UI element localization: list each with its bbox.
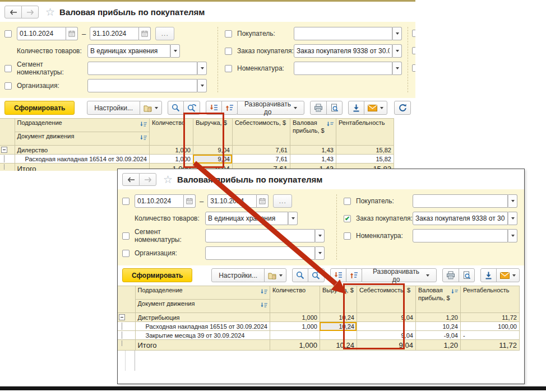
search-reset-button[interactable] <box>308 268 325 282</box>
clipped-checkbox[interactable] <box>412 64 415 72</box>
col-header-department[interactable]: Подразделение <box>135 286 270 300</box>
qty-cell[interactable]: 1,000 <box>270 322 320 331</box>
col-header-cost[interactable]: Себестоимость, $ <box>357 286 415 313</box>
calendar-icon[interactable] <box>184 194 196 208</box>
buyer-input[interactable] <box>413 194 508 208</box>
period-checkbox[interactable] <box>4 30 12 38</box>
dropdown-button[interactable] <box>315 246 325 260</box>
dropdown-button[interactable] <box>197 79 207 92</box>
dropdown-button[interactable] <box>508 212 517 225</box>
col-header-cost[interactable]: Себестоимость, $ <box>232 119 290 146</box>
clipped-checkbox[interactable] <box>412 30 415 37</box>
col-header-margin[interactable]: Рентабельность <box>336 119 394 146</box>
collapse-rows-button[interactable] <box>330 268 346 282</box>
calendar-icon[interactable] <box>257 194 269 208</box>
collapse-group-toggle[interactable] <box>119 314 125 320</box>
order-input[interactable] <box>413 212 508 225</box>
search-button[interactable] <box>292 268 308 282</box>
nomenclature-input[interactable] <box>294 62 392 75</box>
col-header-profit[interactable]: Валовая прибыль, $ <box>415 286 460 313</box>
margin-cell[interactable]: - <box>460 331 519 340</box>
organization-input[interactable] <box>87 79 197 92</box>
refresh-button[interactable] <box>394 101 411 115</box>
dropdown-button[interactable] <box>392 27 402 40</box>
quantity-units-select[interactable] <box>205 212 288 225</box>
expand-rows-button[interactable] <box>346 268 362 282</box>
profit-cell[interactable]: -9,04 <box>415 331 460 340</box>
send-email-button[interactable] <box>364 101 387 115</box>
total-name-cell[interactable]: Итого <box>135 340 270 351</box>
segment-input[interactable] <box>205 229 315 242</box>
margin-cell[interactable]: 11,72 <box>460 340 519 351</box>
expand-to-button[interactable]: Разворачивать до <box>362 268 437 282</box>
order-input[interactable] <box>294 44 392 58</box>
dropdown-button[interactable] <box>508 229 517 242</box>
preview-button[interactable] <box>326 101 343 115</box>
col-header-margin[interactable]: Рентабельность <box>460 286 519 313</box>
date-from-input[interactable] <box>17 27 66 40</box>
date-from-input[interactable] <box>135 194 184 208</box>
nomenclature-checkbox[interactable] <box>344 232 351 240</box>
generate-button[interactable]: Сформировать <box>4 101 75 115</box>
calendar-icon[interactable] <box>66 27 78 40</box>
date-to-input[interactable] <box>90 27 139 40</box>
settings-button[interactable]: Настройки... <box>211 268 265 282</box>
print-button[interactable] <box>310 101 327 115</box>
period-more-button[interactable]: ... <box>155 27 174 40</box>
expand-to-button[interactable]: Разворачивать до <box>237 101 304 115</box>
dropdown-button[interactable] <box>197 62 207 75</box>
qty-cell[interactable]: 1,000 <box>149 146 193 155</box>
dropdown-button[interactable] <box>315 229 325 242</box>
cost-cell[interactable]: 9,04 <box>357 340 415 351</box>
margin-cell[interactable]: 15,82 <box>336 155 394 164</box>
segment-checkbox[interactable] <box>4 65 12 72</box>
date-to-input[interactable] <box>207 194 257 208</box>
buyer-checkbox[interactable] <box>344 198 351 205</box>
period-checkbox[interactable] <box>122 198 129 205</box>
organization-checkbox[interactable] <box>122 250 129 257</box>
revenue-cell-selected[interactable]: 10,24 <box>320 322 357 331</box>
back-button[interactable] <box>122 173 140 186</box>
margin-cell[interactable]: 100,00 <box>460 322 519 331</box>
generate-button[interactable]: Сформировать <box>122 268 192 282</box>
favorite-star-icon[interactable]: ☆ <box>45 7 55 17</box>
dropdown-button[interactable] <box>392 44 402 58</box>
report-variants-button[interactable] <box>264 268 286 282</box>
qty-cell[interactable]: 1,000 <box>270 313 320 322</box>
buyer-checkbox[interactable] <box>225 30 232 38</box>
col-header-quantity[interactable]: Количество <box>149 119 193 146</box>
preview-button[interactable] <box>459 268 475 282</box>
profit-cell[interactable]: 1,20 <box>415 313 460 322</box>
col-header-document[interactable]: Документ движения <box>15 132 149 146</box>
revenue-cell[interactable]: 10,24 <box>320 340 357 351</box>
col-header-profit[interactable]: Валовая прибыль, $ <box>290 119 336 146</box>
save-button[interactable] <box>348 101 364 115</box>
qty-cell[interactable]: 1,000 <box>149 155 193 164</box>
collapse-rows-button[interactable] <box>206 101 222 115</box>
forward-button[interactable] <box>139 173 156 186</box>
period-more-button[interactable]: ... <box>273 194 292 208</box>
col-header-revenue[interactable]: Выручка, $ <box>193 119 232 146</box>
settings-button[interactable]: Настройки... <box>87 101 140 115</box>
segment-checkbox[interactable] <box>122 232 129 240</box>
calendar-icon[interactable] <box>139 27 151 40</box>
expand-rows-button[interactable] <box>221 101 238 115</box>
segment-input[interactable] <box>87 62 197 75</box>
cost-cell[interactable]: 9,04 <box>357 331 415 340</box>
revenue-cell[interactable]: 9,04 <box>193 146 232 155</box>
dropdown-button[interactable] <box>508 194 517 208</box>
organization-input[interactable] <box>205 246 315 260</box>
clipped-checkbox[interactable] <box>412 47 415 54</box>
collapse-group-toggle[interactable] <box>1 147 7 153</box>
nomenclature-input[interactable] <box>413 229 508 242</box>
profit-cell[interactable]: 10,24 <box>415 322 460 331</box>
buyer-input[interactable] <box>294 27 392 40</box>
revenue-cell[interactable] <box>320 331 357 340</box>
save-button[interactable] <box>480 268 497 282</box>
document-name-cell[interactable]: Закрытие месяца 39 от 30.09.2024 <box>135 331 270 340</box>
col-header-document[interactable]: Документ движения <box>135 300 270 313</box>
qty-cell[interactable]: 1,000 <box>270 340 320 351</box>
quantity-units-select[interactable] <box>87 44 170 58</box>
revenue-cell-selected[interactable]: 9,04 <box>193 155 232 164</box>
dropdown-button[interactable] <box>170 44 180 58</box>
